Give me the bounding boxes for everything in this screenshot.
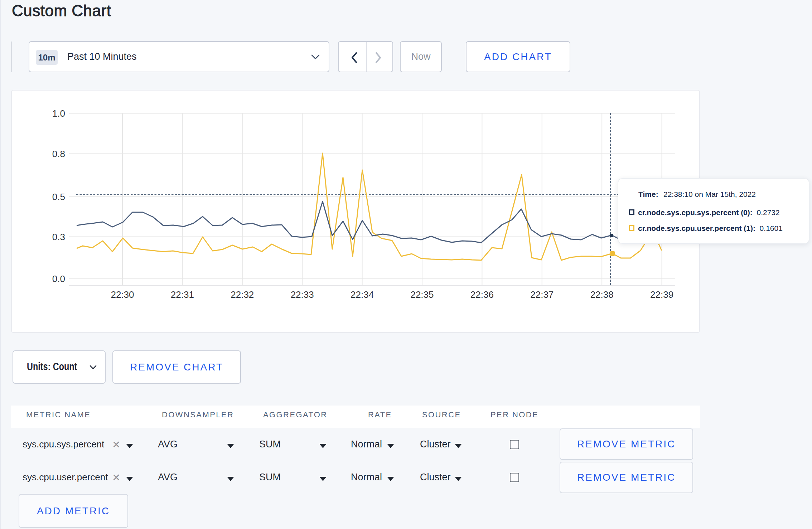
svg-text:22:33: 22:33 [291,289,314,300]
svg-text:22:36: 22:36 [470,289,494,300]
svg-text:0.5: 0.5 [52,191,65,202]
svg-text:22:38: 22:38 [590,289,614,300]
svg-text:22:39: 22:39 [650,289,673,300]
svg-text:22:35: 22:35 [410,289,434,300]
svg-text:22:37: 22:37 [530,289,554,300]
svg-text:22:30: 22:30 [111,289,134,300]
svg-text:1.0: 1.0 [52,108,65,119]
svg-text:0.8: 0.8 [52,149,65,159]
svg-text:0.0: 0.0 [52,273,65,284]
svg-text:22:32: 22:32 [231,289,254,300]
svg-text:22:31: 22:31 [171,289,194,300]
svg-text:22:34: 22:34 [351,289,374,300]
svg-text:0.3: 0.3 [52,232,65,242]
